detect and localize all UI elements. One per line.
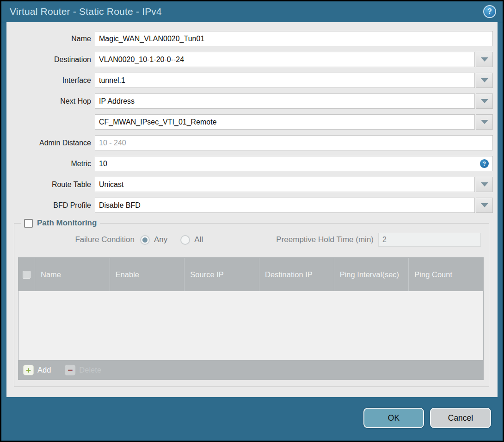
dialog-content: Name Destination Interface xyxy=(6,22,498,397)
admin-distance-field xyxy=(95,135,493,150)
radio-any[interactable] xyxy=(140,235,150,245)
chevron-down-icon xyxy=(481,57,488,62)
cancel-button[interactable]: Cancel xyxy=(430,408,491,428)
column-header-source-ip: Source IP xyxy=(184,258,259,291)
route-table-label: Route Table xyxy=(6,181,95,189)
bfd-profile-label: BFD Profile xyxy=(6,201,95,210)
failure-condition-row: Failure Condition Any All Preemptive Hol… xyxy=(18,232,484,247)
next-hop-type-input[interactable] xyxy=(95,93,475,109)
preemptive-hold-time-label: Preemptive Hold Time (min) xyxy=(276,235,374,244)
chevron-down-icon xyxy=(481,120,488,124)
form-row-route-table: Route Table xyxy=(6,177,493,192)
interface-label: Interface xyxy=(6,76,95,85)
add-button[interactable]: + Add xyxy=(23,365,51,375)
bfd-profile-dropdown-button[interactable] xyxy=(476,198,493,213)
metric-input[interactable] xyxy=(95,156,493,171)
route-table-dropdown-button[interactable] xyxy=(476,177,493,192)
next-hop-label: Next Hop xyxy=(6,97,95,106)
destination-field xyxy=(95,52,493,67)
radio-all[interactable] xyxy=(180,235,190,245)
chevron-down-icon xyxy=(481,99,488,103)
form-row-bfd-profile: BFD Profile xyxy=(6,198,493,213)
dialog-title: Virtual Router - Static Route - IPv4 xyxy=(10,6,162,17)
path-monitoring-section: Path Monitoring Failure Condition Any Al… xyxy=(14,218,489,387)
add-button-label: Add xyxy=(37,366,51,374)
plus-icon: + xyxy=(23,365,34,375)
minus-icon: − xyxy=(65,365,75,375)
name-input[interactable] xyxy=(95,31,493,46)
column-header-name: Name xyxy=(35,258,110,291)
name-label: Name xyxy=(6,35,95,43)
form-row-admin-distance: Admin Distance xyxy=(6,135,493,150)
path-monitoring-title: Path Monitoring xyxy=(37,218,97,228)
column-header-enable: Enable xyxy=(110,258,184,291)
admin-distance-input[interactable] xyxy=(95,135,493,150)
bfd-profile-input[interactable] xyxy=(95,198,475,213)
metric-field: ? xyxy=(95,156,493,171)
bfd-profile-field xyxy=(95,198,493,213)
destination-input[interactable] xyxy=(95,52,475,67)
table-header-row: Name Enable Source IP Destination IP Pin… xyxy=(18,258,483,291)
admin-distance-label: Admin Distance xyxy=(6,139,95,147)
form-row-name: Name xyxy=(6,31,493,46)
ok-button[interactable]: OK xyxy=(363,408,424,428)
failure-condition-all-option[interactable]: All xyxy=(180,235,203,245)
path-monitoring-legend: Path Monitoring xyxy=(21,218,100,228)
interface-input[interactable] xyxy=(95,73,475,88)
radio-all-label: All xyxy=(194,235,203,244)
form-row-next-hop: Next Hop xyxy=(6,93,493,109)
route-table-input[interactable] xyxy=(95,177,475,192)
destination-label: Destination xyxy=(6,56,95,64)
route-table-field xyxy=(95,177,493,192)
table-body-empty xyxy=(18,291,483,360)
form-row-destination: Destination xyxy=(6,52,493,67)
next-hop-address-dropdown-button[interactable] xyxy=(476,114,493,130)
screen: Virtual Router - Static Route - IPv4 ? N… xyxy=(0,0,504,442)
form-row-interface: Interface xyxy=(6,73,493,88)
metric-label: Metric xyxy=(6,160,95,168)
destination-dropdown-button[interactable] xyxy=(476,52,493,67)
column-header-ping-interval: Ping Interval(sec) xyxy=(334,258,409,291)
failure-condition-label: Failure Condition xyxy=(18,235,140,244)
form-row-next-hop-address xyxy=(6,114,493,130)
form-row-metric: Metric ? xyxy=(6,156,493,171)
preemptive-hold-time-input[interactable] xyxy=(378,233,481,247)
next-hop-address-input[interactable] xyxy=(95,114,475,130)
path-monitoring-checkbox[interactable] xyxy=(24,219,33,228)
next-hop-field xyxy=(95,93,493,109)
table-header-checkbox-cell xyxy=(18,258,35,291)
column-header-destination-ip: Destination IP xyxy=(259,258,334,291)
column-header-ping-count: Ping Count xyxy=(408,258,483,291)
dialog-footer: OK Cancel xyxy=(363,408,491,428)
dialog-virtual-router-static-route: Virtual Router - Static Route - IPv4 ? N… xyxy=(1,1,503,441)
help-icon[interactable]: ? xyxy=(483,5,496,18)
chevron-down-icon xyxy=(481,182,488,187)
path-monitoring-table: Name Enable Source IP Destination IP Pin… xyxy=(18,257,484,380)
info-icon[interactable]: ? xyxy=(480,159,489,168)
delete-button-label: Delete xyxy=(79,366,101,374)
dialog-titlebar: Virtual Router - Static Route - IPv4 ? xyxy=(1,1,503,22)
interface-dropdown-button[interactable] xyxy=(476,73,493,88)
next-hop-dropdown-button[interactable] xyxy=(476,93,493,109)
delete-button[interactable]: − Delete xyxy=(65,365,101,375)
chevron-down-icon xyxy=(481,203,488,207)
radio-any-label: Any xyxy=(154,235,167,244)
select-all-checkbox[interactable] xyxy=(23,271,31,279)
interface-field xyxy=(95,73,493,88)
chevron-down-icon xyxy=(481,78,488,82)
next-hop-address-field xyxy=(95,114,493,130)
failure-condition-any-option[interactable]: Any xyxy=(140,235,167,245)
table-footer-bar: + Add − Delete xyxy=(18,360,483,380)
name-field xyxy=(95,31,493,46)
